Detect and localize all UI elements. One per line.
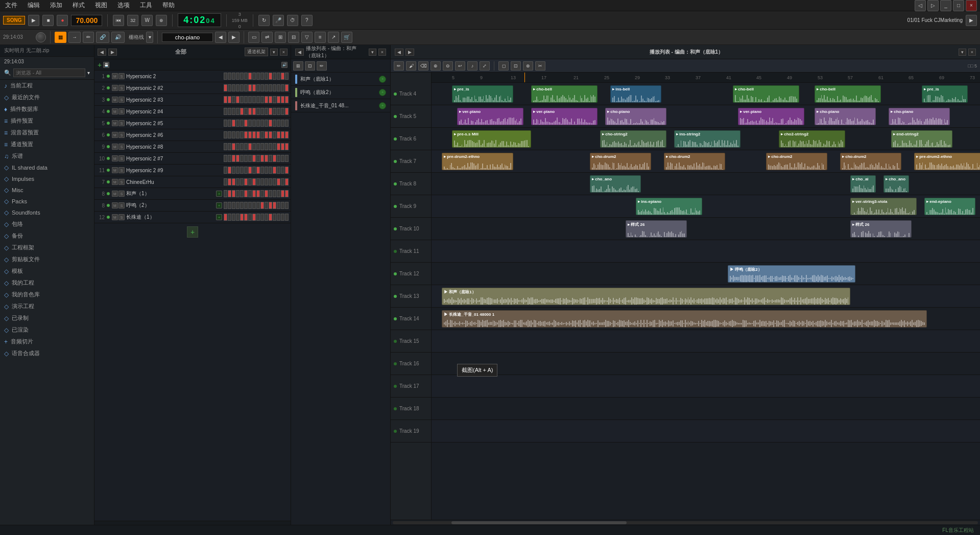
sidebar-item-templates[interactable]: ◇ 模板: [0, 265, 94, 277]
sidebar-item-backup[interactable]: ◇ 备份: [0, 230, 94, 242]
channel-rack-close[interactable]: ×: [280, 49, 288, 56]
track-row-3[interactable]: ▸ pre-drum2-ethno ▸ cho-drum2 ▸ cho-drum…: [432, 150, 980, 173]
ch-led-11[interactable]: [106, 203, 110, 207]
ch-pad-5-2[interactable]: [232, 131, 235, 138]
channel-rack-arrow[interactable]: ▾: [270, 49, 278, 56]
ch-pad-10-9[interactable]: [260, 190, 264, 197]
ch-pad-3-4[interactable]: [240, 108, 244, 115]
sidebar-item-plugin-db[interactable]: ♦ 插件数据库: [0, 103, 94, 115]
ch-pad-5-1[interactable]: [228, 131, 231, 138]
ch-pad-7-10[interactable]: [265, 155, 268, 162]
ch-pad-4-5[interactable]: [244, 120, 248, 127]
mixer-sends-close[interactable]: ×: [378, 49, 386, 56]
ch-pad-8-12[interactable]: [273, 167, 276, 174]
search-input[interactable]: [13, 68, 85, 77]
ch-pad-0-3[interactable]: [236, 73, 240, 80]
ch-pad-2-12[interactable]: [273, 96, 276, 103]
track-label-13[interactable]: Track 17: [391, 375, 431, 398]
ch-pad-1-10[interactable]: [265, 84, 268, 91]
sidebar-item-audio-slices[interactable]: + 音频切片: [0, 336, 94, 347]
channel-row[interactable]: 5 M S Hypersonic 2 #5: [94, 118, 291, 129]
ch-mute-3[interactable]: M: [112, 108, 118, 114]
transport-click[interactable]: ⏱: [287, 15, 298, 26]
ch-pad-11-11[interactable]: [269, 202, 272, 209]
ch-pad-11-2[interactable]: [232, 202, 235, 209]
ch-pad-12-2[interactable]: [232, 214, 235, 221]
ch-solo-6[interactable]: S: [118, 144, 125, 150]
ch-pad-8-7[interactable]: [252, 167, 256, 174]
ch-pad-8-4[interactable]: [240, 167, 244, 174]
clip-0-5[interactable]: ▸ pre_is: [922, 85, 968, 103]
clip-2-4[interactable]: ▸ end-string2: [891, 130, 952, 148]
track-label-0[interactable]: Track 4: [391, 83, 431, 105]
clip-10-0[interactable]: ▶ 长殊途_干音_01 48000 1: [442, 310, 927, 328]
ch-pad-11-12[interactable]: [273, 202, 276, 209]
sidebar-item-clipboard-files[interactable]: ◇ 剪贴板文件: [0, 253, 94, 265]
track-row-9[interactable]: ▶ 和声（底咏1）: [432, 285, 980, 308]
ch-pad-2-15[interactable]: [285, 96, 289, 103]
menu-edit[interactable]: 编辑: [26, 0, 42, 11]
ch-led-0[interactable]: [106, 74, 110, 78]
channel-rack-nav-back[interactable]: ◀: [98, 49, 106, 56]
ch-pad-2-6[interactable]: [248, 96, 252, 103]
ch-pad-8-1[interactable]: [228, 167, 231, 174]
ch-pad-2-2[interactable]: [232, 96, 235, 103]
ch-pad-6-13[interactable]: [277, 143, 280, 150]
ch-pad-0-14[interactable]: [281, 73, 284, 80]
channel-row[interactable]: 10 M S Hypersonic 2 #7: [94, 153, 291, 165]
ch-pad-1-4[interactable]: [240, 84, 244, 91]
clip-1-4[interactable]: ▸ cho-piano: [815, 108, 876, 125]
ch-mute-5[interactable]: M: [112, 132, 118, 138]
play-btn[interactable]: ▶: [28, 15, 39, 26]
ch-pad-11-1[interactable]: [228, 202, 231, 209]
channel-row[interactable]: 8 M S 和声（1） +: [94, 188, 291, 200]
track-row-5[interactable]: ▸ ins-epiano ▸ ver-string3-viola ▸ end-e…: [432, 195, 980, 218]
ch-pad-4-0[interactable]: [224, 120, 227, 127]
window-close[interactable]: ×: [966, 0, 977, 11]
menu-help[interactable]: 帮助: [160, 0, 177, 11]
clip-4-2[interactable]: ▸ cho_ano: [883, 175, 909, 193]
ch-pad-3-11[interactable]: [269, 108, 272, 115]
clip-0-2[interactable]: ▸ ins-bell: [610, 85, 661, 103]
sends-tool-3[interactable]: ✏: [317, 61, 327, 71]
ch-pad-11-0[interactable]: [224, 202, 227, 209]
ch-pad-11-9[interactable]: [260, 202, 264, 209]
window-min[interactable]: _: [940, 0, 951, 11]
ch-pad-4-14[interactable]: [281, 120, 284, 127]
ch-pad-7-14[interactable]: [281, 155, 284, 162]
transport-sync[interactable]: ⊕: [156, 15, 167, 26]
ch-add-10[interactable]: +: [216, 191, 222, 197]
track-label-15[interactable]: Track 19: [391, 420, 431, 443]
toolbar-speaker-btn[interactable]: 🔊: [111, 32, 125, 43]
ch-pad-4-10[interactable]: [265, 120, 268, 127]
playlist-scrollbar[interactable]: [391, 520, 980, 525]
ch-pad-5-10[interactable]: [265, 131, 268, 138]
transport-w[interactable]: W: [141, 15, 153, 26]
ch-pad-12-5[interactable]: [244, 214, 248, 221]
ch-led-7[interactable]: [106, 156, 110, 160]
track-content-area[interactable]: 5 9 13 17 21 25 29 33 37 41 45 49 53 57 …: [432, 73, 980, 520]
clip-0-4[interactable]: ▸ cho-bell: [815, 85, 881, 103]
ch-pad-5-7[interactable]: [252, 131, 256, 138]
window-next[interactable]: ▷: [927, 0, 939, 11]
ch-pad-9-1[interactable]: [228, 178, 231, 185]
ch-pad-9-7[interactable]: [252, 178, 256, 185]
ch-pad-10-3[interactable]: [236, 190, 240, 197]
ch-pad-3-10[interactable]: [265, 108, 268, 115]
ch-mute-7[interactable]: M: [112, 155, 118, 161]
ch-pad-9-15[interactable]: [285, 178, 289, 185]
track-row-1[interactable]: ▸ ver-piano ▸ ver-piano ▸ cho-piano ▸ ve…: [432, 105, 980, 128]
send-toggle-2[interactable]: +: [379, 102, 386, 109]
ch-pad-10-1[interactable]: [228, 190, 231, 197]
ch-pad-1-0[interactable]: [224, 84, 227, 91]
track-row-15[interactable]: [432, 420, 980, 443]
ch-mute-9[interactable]: M: [112, 179, 118, 185]
channel-row[interactable]: 2 M S Hypersonic 2 #2: [94, 82, 291, 94]
sidebar-item-project-framework[interactable]: ◇ 工程框架: [0, 242, 94, 253]
scrollbar-thumb[interactable]: [451, 521, 627, 524]
ch-pad-2-3[interactable]: [236, 96, 240, 103]
ch-pad-2-0[interactable]: [224, 96, 227, 103]
ch-pad-0-15[interactable]: [285, 73, 289, 80]
ch-pad-11-13[interactable]: [277, 202, 280, 209]
ch-led-8[interactable]: [106, 168, 110, 172]
